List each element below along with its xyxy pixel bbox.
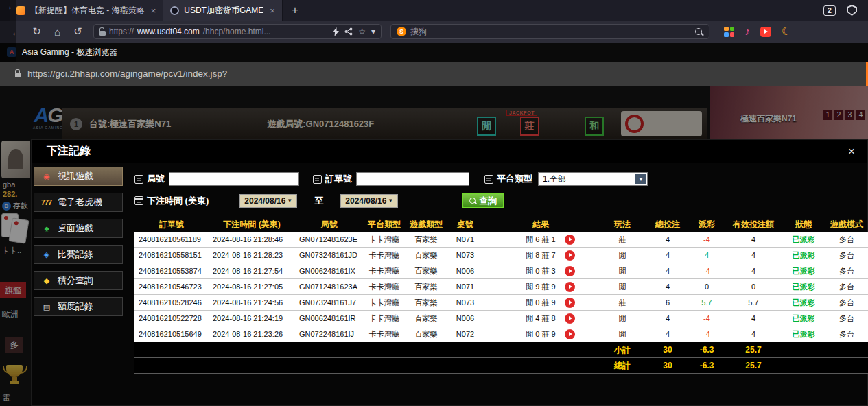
- browser-window: 【新提醒】体育电竞 - 海燕策略 × USDT加密货币GAME × + 2 ← …: [0, 0, 868, 406]
- menu-item-icon: ◉: [39, 172, 54, 181]
- cell-status: 已派彩: [782, 311, 825, 326]
- cell-game-mode: 多台: [825, 263, 868, 278]
- cell-play-type: 閒: [598, 311, 646, 326]
- query-search-icon: [469, 198, 476, 204]
- column-header: 局號: [295, 217, 364, 232]
- result-score: 閒 6 莊 1: [526, 235, 555, 243]
- filter-row-2: 下注時間 (美東) 2024/08/16▼ 至 2024/08/16▼ 查詢: [134, 193, 504, 208]
- order-doc-icon: [313, 175, 322, 184]
- lock-icon: [15, 73, 21, 77]
- platform-type-select[interactable]: 1.全部 ▼: [538, 172, 648, 186]
- minimize-button[interactable]: —: [838, 47, 861, 58]
- table-row: 240816210546723 2024-08-16 21:27:05 GN07…: [134, 279, 868, 295]
- sidebar-menu-item[interactable]: ▤ 額度記錄: [34, 297, 123, 316]
- menu-item-icon: ▤: [39, 302, 54, 311]
- cell-order-number: 240816210528246: [134, 295, 209, 310]
- cell-result: 閒 0 莊 3: [483, 263, 598, 278]
- cell-game-type: 百家樂: [405, 232, 447, 247]
- cell-platform: 卡卡灣廳: [364, 326, 405, 342]
- sidebar-menu-item[interactable]: ◆ 積分查詢: [34, 271, 123, 290]
- replay-button[interactable]: [565, 313, 575, 324]
- night-mode-icon[interactable]: ☾: [782, 26, 791, 37]
- tab2-title: USDT加密货币GAME: [184, 5, 263, 16]
- browser-address-bar: ← → ↻ ⌂ ↺ https://www.usdt04.com/hhcp/ho…: [0, 21, 868, 43]
- replay-button[interactable]: [565, 298, 575, 308]
- bet-records-table: 訂單號下注時間 (美東)局號平台類型遊戲類型桌號結果玩法總投注派彩有效投注額狀態…: [134, 217, 868, 374]
- order-filter-label: 訂單號: [325, 173, 352, 185]
- inner-address-bar[interactable]: https://gci.2hhapi.com/agingame/pcv1/ind…: [0, 62, 868, 86]
- cell-round-number: GN0712481623A: [295, 279, 364, 294]
- cell-platform: 卡卡灣廳: [364, 232, 405, 247]
- summary-label: 總計: [598, 358, 646, 374]
- search-input[interactable]: S 搜狗: [390, 24, 709, 39]
- summary-payout: -6.3: [689, 342, 725, 358]
- cell-total-bet: 6: [646, 295, 689, 310]
- bet-records-modal: 下注記錄 × ◉ 視訊遊戲 777 電子老虎機 ♣: [31, 139, 868, 406]
- table-row: 240816210522728 2024-08-16 21:24:19 GN00…: [134, 311, 868, 326]
- column-header: 總投注: [646, 217, 689, 232]
- tab1-close-icon[interactable]: ×: [151, 5, 156, 16]
- url-field[interactable]: https://www.usdt04.com/hhcp/home.html...…: [93, 24, 382, 39]
- tab-count-badge[interactable]: 2: [823, 5, 836, 16]
- result-score: 閒 0 莊 3: [526, 267, 555, 275]
- inner-url-text: https://gci.2hhapi.com/agingame/pcv1/ind…: [27, 69, 227, 79]
- browser-tab-2-active[interactable]: USDT加密货币GAME ×: [163, 0, 283, 21]
- bookmark-star-icon[interactable]: ☆: [358, 27, 366, 36]
- cell-result: 閒 4 莊 8: [483, 311, 598, 326]
- table-body: 240816210561189 2024-08-16 21:28:46 GN07…: [134, 232, 868, 342]
- sidebar-menu-item[interactable]: ◈ 比賽記錄: [34, 245, 123, 264]
- cell-platform: 卡卡灣廳: [364, 248, 405, 263]
- cell-platform: 卡卡灣廳: [364, 263, 405, 278]
- cell-game-type: 百家樂: [405, 295, 447, 310]
- cell-valid-bet: 4: [725, 326, 782, 342]
- apps-grid-icon[interactable]: [724, 27, 734, 37]
- browser-tab-1[interactable]: 【新提醒】体育电竞 - 海燕策略 ×: [10, 0, 163, 21]
- undo-button[interactable]: ↺: [70, 25, 86, 38]
- cell-bet-time: 2024-08-16 21:24:56: [209, 295, 295, 310]
- sogou-icon: S: [397, 27, 406, 36]
- menu-item-icon: ◈: [39, 250, 54, 259]
- cell-payout: -4: [689, 232, 725, 247]
- tab1-favicon: [16, 6, 25, 15]
- chevron-down-icon[interactable]: ▾: [371, 27, 375, 36]
- lightning-icon[interactable]: [333, 27, 339, 36]
- cell-round-number: GN0712481623E: [295, 232, 364, 247]
- share-icon[interactable]: [344, 27, 353, 36]
- cell-platform: 卡卡灣廳: [364, 279, 405, 294]
- modal-title: 下注記錄: [47, 144, 91, 158]
- replay-button[interactable]: [565, 282, 575, 292]
- tab2-close-icon[interactable]: ×: [270, 5, 275, 16]
- sidebar-menu-item[interactable]: 777 電子老虎機: [34, 193, 123, 212]
- game-page: AG ASIA GAMING 1 台號:極速百家樂N71 遊戲局號:GN0712…: [0, 86, 868, 406]
- result-score: 閒 4 莊 8: [526, 314, 555, 322]
- new-tab-button[interactable]: +: [283, 3, 307, 17]
- order-number-input[interactable]: [356, 172, 469, 186]
- bet-time-filter-label: 下注時間 (美東): [147, 195, 209, 207]
- replay-button[interactable]: [565, 329, 575, 339]
- summary-total-bet: 30: [646, 342, 689, 358]
- cell-play-type: 閒: [598, 263, 646, 278]
- menu-item-label: 比賽記錄: [58, 248, 93, 261]
- shield-icon[interactable]: [847, 5, 857, 16]
- search-icon[interactable]: [695, 28, 702, 35]
- replay-button[interactable]: [565, 235, 575, 245]
- date-to-picker[interactable]: 2024/08/16▼: [340, 194, 398, 208]
- sidebar-menu-item[interactable]: ♣ 桌面遊戲: [34, 219, 123, 238]
- replay-button[interactable]: [565, 266, 575, 276]
- video-icon[interactable]: [760, 27, 771, 37]
- cell-payout: -4: [689, 311, 725, 326]
- refresh-button[interactable]: ↻: [29, 25, 45, 38]
- cell-platform: 卡卡灣廳: [364, 311, 405, 326]
- sidebar-menu-item[interactable]: ◉ 視訊遊戲: [34, 167, 123, 186]
- cell-total-bet: 4: [646, 263, 689, 278]
- date-from-picker[interactable]: 2024/08/16▼: [239, 194, 297, 208]
- cell-total-bet: 4: [646, 326, 689, 342]
- query-button[interactable]: 查詢: [462, 193, 504, 208]
- home-button[interactable]: ⌂: [49, 26, 65, 38]
- close-icon[interactable]: ×: [845, 145, 858, 158]
- menu-item-icon: ♣: [39, 224, 54, 232]
- round-number-input[interactable]: [169, 172, 299, 186]
- table-row: 240816210553874 2024-08-16 21:27:54 GN00…: [134, 263, 868, 279]
- music-icon[interactable]: ♪: [744, 26, 750, 37]
- replay-button[interactable]: [565, 250, 575, 261]
